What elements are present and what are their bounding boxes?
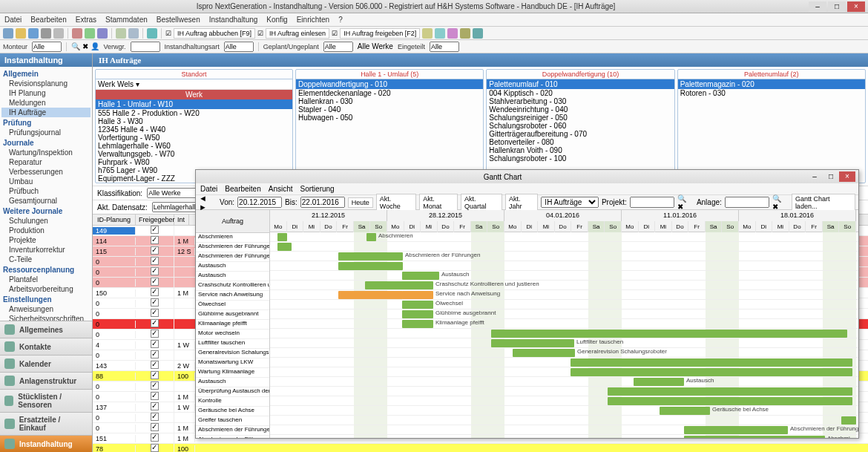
checkbox[interactable]: [151, 298, 159, 307]
checkbox[interactable]: [151, 288, 159, 296]
checkbox[interactable]: [151, 350, 159, 358]
checkbox[interactable]: [151, 309, 159, 317]
tree-item[interactable]: Verbesserungen: [1, 167, 91, 177]
checkbox[interactable]: [151, 278, 159, 286]
checkbox[interactable]: [151, 392, 159, 400]
tree-item[interactable]: Wartung/Inspektion: [1, 148, 91, 157]
nav-stcklistensensoren[interactable]: Stücklisten / Sensoren: [0, 389, 92, 412]
panel-row[interactable]: 555 Halle 2 - Produktion - W20: [96, 109, 292, 117]
monteur-input[interactable]: [32, 42, 62, 52]
panel-row[interactable]: Verwaltungsgeb. - W70: [96, 150, 292, 158]
ihauf-select[interactable]: IH Aufträge: [541, 197, 599, 208]
panel-select[interactable]: Werk Wels ▾: [96, 79, 292, 90]
tree-group[interactable]: Ressourcenplanung: [1, 264, 91, 275]
redo-icon[interactable]: [128, 28, 139, 39]
checkbox[interactable]: [151, 413, 159, 421]
gantt-bar[interactable]: Greif: [841, 416, 856, 425]
panel-row[interactable]: Schalungsreiniger - 050: [487, 114, 674, 122]
tree-group[interactable]: Prüfung: [1, 117, 91, 128]
gantt-task-label[interactable]: Ölwechsel: [196, 301, 269, 310]
gantt-task-label[interactable]: Monatswartung LKW: [196, 358, 269, 368]
tree-group[interactable]: Allgemein: [1, 68, 91, 79]
gantt-bar[interactable]: Austausch: [634, 378, 684, 386]
tree-group[interactable]: Weitere Journale: [1, 206, 91, 216]
panel-row[interactable]: Rotoren - 030: [678, 89, 865, 97]
panel-row[interactable]: Schalungsroboter - 100: [487, 154, 674, 163]
gantt-bar[interactable]: [338, 291, 403, 299]
gantt-task-label[interactable]: Crashschutz Kontrollieren und justieren: [196, 281, 269, 291]
action5-icon[interactable]: [473, 28, 483, 39]
tree-item[interactable]: Reparatur: [1, 157, 91, 167]
gantt-bar[interactable]: Luftfilter tauschen: [491, 339, 574, 347]
gantt-bar[interactable]: Service nach Anweisung: [402, 291, 433, 299]
nav-anlagenstruktur[interactable]: Anlagenstruktur: [0, 372, 92, 389]
checkbox[interactable]: [151, 330, 159, 338]
gantt-bar[interactable]: Abschmieren: [366, 233, 376, 241]
menu-?[interactable]: ?: [338, 16, 343, 24]
gantt-bar[interactable]: [491, 330, 847, 338]
gantt-bar[interactable]: Geräusche bei Achse: [660, 407, 710, 415]
tree-item[interactable]: Prüfungsjournal: [1, 128, 91, 137]
bis-input[interactable]: [300, 197, 345, 208]
gantt-task-label[interactable]: Geräusche bei Achse: [196, 407, 269, 416]
checkbox[interactable]: [151, 444, 159, 452]
panel-row-selected[interactable]: Doppelwandfertigung - 010: [296, 79, 483, 89]
tree-item[interactable]: Meldungen: [1, 98, 91, 108]
nav-allgemeines[interactable]: Allgemeines: [0, 321, 92, 338]
gantt-task-label[interactable]: Abschmieren der Führungen: [196, 243, 269, 252]
tree-item[interactable]: Plantafel: [1, 275, 91, 284]
tree-item[interactable]: Produktion: [1, 226, 91, 235]
gantt-bar[interactable]: Abschmieren der Führungen: [338, 252, 403, 261]
gantt-task-label[interactable]: Überprüfung Austausch der Gelenk...: [196, 387, 269, 397]
anl-input[interactable]: [725, 197, 769, 208]
gantt-task-label[interactable]: Austausch: [196, 262, 269, 272]
proj-input[interactable]: [630, 197, 674, 208]
paste-icon[interactable]: [97, 28, 108, 39]
menu-stammdaten[interactable]: Stammdaten: [105, 16, 148, 24]
menu-bearbeiten[interactable]: Bearbeiten: [30, 16, 66, 24]
gantt-bar[interactable]: [277, 243, 292, 251]
refresh-icon[interactable]: [147, 28, 157, 39]
gantt-task-label[interactable]: Austausch: [196, 272, 269, 281]
panel-row[interactable]: Hallenkran Voith - 090: [487, 146, 674, 154]
gepl-input[interactable]: [323, 42, 353, 52]
gantt-task-label[interactable]: Generalrevision Schalungsroboter: [196, 349, 269, 358]
preview-icon[interactable]: [53, 28, 64, 39]
tree-item[interactable]: Anweisungen: [1, 304, 91, 314]
new-icon[interactable]: [3, 28, 13, 39]
panel-row[interactable]: 004 Kipptisch - 020: [487, 89, 674, 97]
gantt-bar[interactable]: Ölwechsel: [402, 301, 433, 309]
grid-col-header[interactable]: Int: [174, 214, 189, 225]
panel-row-selected[interactable]: Palettenmagazin - 020: [678, 79, 865, 89]
tree-item[interactable]: Schulungen: [1, 216, 91, 226]
gantt-task-label[interactable]: Greifer tauschen: [196, 416, 269, 426]
gantt-bar[interactable]: Generalrevision Schalungsroboter: [513, 349, 575, 357]
menu-konfig[interactable]: Konfig: [266, 16, 287, 24]
gantt-task-label[interactable]: Luftfilter tauschen: [196, 339, 269, 349]
menu-bestellwesen[interactable]: Bestellwesen: [157, 16, 200, 24]
panel-row[interactable]: Halle 3 - W30: [96, 117, 292, 125]
aktm-button[interactable]: Akt. Monat: [419, 194, 458, 212]
action4-icon[interactable]: [460, 28, 470, 39]
panel-row[interactable]: 12345 Halle 4 - W40: [96, 125, 292, 134]
tree-item[interactable]: Arbeitsvorbereitung: [1, 284, 91, 294]
nav-ersatzteileeinkauf[interactable]: Ersatzteile / Einkauf: [0, 412, 92, 435]
menu-instandhaltung[interactable]: Instandhaltung: [209, 16, 258, 24]
grid-col-header[interactable]: ID-Planung: [93, 214, 136, 225]
gantt-bar[interactable]: Glühbirne ausgebrannt: [402, 310, 433, 318]
gantt-menu-item[interactable]: Ansicht: [269, 185, 293, 193]
checkbox[interactable]: [151, 226, 159, 234]
tree-item[interactable]: IH Aufträge: [1, 108, 91, 117]
laden-button[interactable]: Gantt Chart laden...: [792, 194, 855, 212]
heute-button[interactable]: Heute: [348, 197, 373, 208]
panel-row[interactable]: Hallenkran - 030: [296, 97, 483, 105]
gantt-bar[interactable]: Austausch: [402, 272, 439, 280]
checkbox[interactable]: [151, 423, 159, 431]
gantt-menu-item[interactable]: Datei: [200, 185, 217, 193]
gantt-bar[interactable]: [277, 233, 287, 241]
gantt-bar[interactable]: Crashschutz Kontrollieren und justieren: [365, 281, 433, 289]
gantt-task-label[interactable]: Abschmieren der Führungen: [196, 252, 269, 262]
tree-item[interactable]: Sicherheitsvorschriften: [1, 314, 91, 321]
checkbox[interactable]: [151, 267, 159, 275]
gantt-maximize-button[interactable]: □: [823, 171, 839, 182]
